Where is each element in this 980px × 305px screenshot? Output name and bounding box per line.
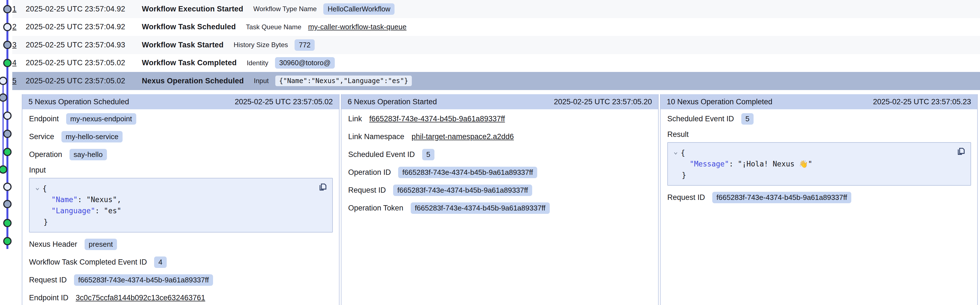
field-endpoint: Endpoint my-nexus-endpoint [29, 110, 333, 128]
field-operation-id: Operation ID f665283f-743e-4374-b45b-9a6… [348, 163, 652, 181]
panel-timestamp: 2025-02-25 UTC 23:57:05.23 [873, 98, 971, 106]
event-dot-green[interactable] [4, 148, 11, 156]
panel-nexus-operation-started: 6 Nexus Operation Started 2025-02-25 UTC… [341, 94, 659, 305]
event-detail-value: 30960@totoro@ [275, 57, 335, 69]
copy-button[interactable] [318, 182, 328, 192]
field-result-label: Result [667, 128, 971, 141]
panel-body: Link f665283f-743e-4374-b45b-9a61a89337f… [342, 109, 658, 217]
field-label: Workflow Task Completed Event ID [29, 258, 147, 267]
event-dot-green[interactable] [4, 237, 11, 245]
link-link[interactable]: f665283f-743e-4374-b45b-9a61a89337ff [369, 115, 505, 123]
copy-icon [956, 146, 966, 156]
event-row-4[interactable]: 4 2025-02-25 UTC 23:57:05.02 Workflow Ta… [12, 54, 980, 72]
event-id-link[interactable]: 4 [12, 58, 26, 67]
event-row-5-selected[interactable]: 5 2025-02-25 UTC 23:57:05.02 Nexus Opera… [12, 72, 980, 90]
event-row-1[interactable]: 1 2025-02-25 UTC 23:57:04.92 Workflow Ex… [12, 0, 980, 18]
panel-title: 5 Nexus Operation Scheduled [29, 98, 129, 106]
event-dot-green[interactable] [0, 166, 7, 173]
field-value-badge: say-hello [70, 149, 107, 160]
field-nexus-header: Nexus Header present [29, 235, 333, 253]
field-scheduled-event-id: Scheduled Event ID 5 [348, 145, 652, 163]
field-label: Operation [29, 150, 62, 159]
field-label: Endpoint [29, 115, 59, 123]
field-link: Link f665283f-743e-4374-b45b-9a61a89337f… [348, 110, 652, 128]
json-value: : "¡Hola! Nexus 👋" [729, 160, 813, 168]
event-detail-label: Identity [247, 59, 268, 67]
copy-icon [318, 182, 328, 191]
field-label: Request ID [348, 186, 386, 194]
event-dot-light[interactable] [0, 77, 7, 84]
field-value-badge: f665283f-743e-4374-b45b-9a61a89337ff [74, 274, 213, 286]
field-operation: Operation say-hello [29, 145, 333, 163]
event-dot-gray[interactable] [4, 201, 11, 208]
event-detail-value: 772 [294, 39, 315, 51]
field-scheduled-event-id: Scheduled Event ID 5 [667, 110, 971, 128]
event-timestamp: 2025-02-25 UTC 23:57:04.92 [26, 5, 142, 13]
event-dot-light[interactable] [4, 183, 11, 190]
field-request-id: Request ID f665283f-743e-4374-b45b-9a61a… [348, 181, 652, 199]
field-request-id: Request ID f665283f-743e-4374-b45b-9a61a… [29, 271, 333, 289]
event-timestamp: 2025-02-25 UTC 23:57:05.02 [26, 77, 142, 85]
event-id-link[interactable]: 2 [12, 22, 26, 31]
json-value: : "es" [95, 207, 121, 215]
json-line: "Language": "es" [35, 205, 327, 217]
event-dot-light[interactable] [4, 112, 11, 119]
event-id-link[interactable]: 3 [12, 41, 26, 49]
event-type: Workflow Task Scheduled [142, 22, 236, 31]
field-label: Scheduled Event ID [667, 115, 734, 123]
event-group-detail: 5 Nexus Operation Scheduled 2025-02-25 U… [22, 94, 978, 305]
json-line: "Message": "¡Hola! Nexus 👋" [673, 158, 965, 169]
event-type: Nexus Operation Scheduled [142, 77, 244, 85]
json-line: } [35, 217, 327, 228]
event-type: Workflow Task Started [142, 41, 224, 49]
panel-title: 6 Nexus Operation Started [348, 98, 437, 106]
field-label: Request ID [667, 193, 705, 202]
field-service: Service my-hello-service [29, 128, 333, 145]
event-dot-light[interactable] [4, 24, 11, 31]
field-value-badge: f665283f-743e-4374-b45b-9a61a89337ff [398, 167, 537, 178]
field-value-badge: 4 [154, 256, 166, 268]
event-detail-label: Task Queue Name [246, 23, 302, 31]
event-row-3[interactable]: 3 2025-02-25 UTC 23:57:04.93 Workflow Ta… [12, 36, 980, 54]
event-dot-green[interactable] [4, 59, 11, 66]
task-queue-link[interactable]: my-caller-workflow-task-queue [308, 22, 407, 31]
field-label: Link [348, 115, 362, 123]
field-value-badge: f665283f-743e-4374-b45b-9a61a89337ff [712, 192, 851, 203]
field-label: Operation ID [348, 168, 391, 177]
json-key: "Language" [51, 207, 95, 215]
collapse-chevron-icon[interactable] [673, 147, 681, 158]
result-json-viewer: { "Message": "¡Hola! Nexus 👋" } [667, 142, 971, 186]
field-value-badge: my-hello-service [61, 131, 123, 142]
field-link-namespace: Link Namespace phil-target-namespace2.a2… [348, 128, 652, 145]
panel-body: Scheduled Event ID 5 Result { "Message":… [660, 109, 977, 206]
field-label: Request ID [29, 276, 67, 284]
event-type: Workflow Execution Started [142, 5, 243, 13]
event-timestamp: 2025-02-25 UTC 23:57:04.93 [26, 41, 142, 49]
field-endpoint-id: Endpoint ID 3c0c75ccfa8144b092c13ce63246… [29, 289, 333, 305]
event-dot-gray[interactable] [4, 41, 11, 49]
event-timestamp: 2025-02-25 UTC 23:57:05.02 [26, 58, 142, 67]
field-label: Service [29, 133, 54, 141]
collapse-chevron-icon[interactable] [35, 183, 43, 194]
json-value: : "Nexus", [78, 196, 121, 204]
event-row-2[interactable]: 2 2025-02-25 UTC 23:57:04.92 Workflow Ta… [12, 18, 980, 36]
event-dot-gray[interactable] [0, 94, 7, 101]
event-dot-gray[interactable] [4, 130, 11, 137]
event-id-link[interactable]: 5 [12, 77, 26, 85]
event-dot-green[interactable] [4, 220, 11, 227]
json-line: { [673, 147, 965, 158]
link-namespace-link[interactable]: phil-target-namespace2.a2dd6 [412, 133, 514, 141]
event-dot-gray[interactable] [4, 6, 11, 13]
json-line: } [673, 169, 965, 181]
field-value-badge: f665283f-743e-4374-b45b-9a61a89337ff [393, 185, 532, 196]
input-json-viewer: { "Name": "Nexus", "Language": "es" } [29, 178, 333, 232]
event-timeline [0, 0, 13, 305]
endpoint-id-link[interactable]: 3c0c75ccfa8144b092c13ce632463761 [76, 294, 205, 302]
panel-header: 6 Nexus Operation Started 2025-02-25 UTC… [342, 94, 658, 109]
event-input-json: {"Name":"Nexus","Language":"es"} [275, 76, 412, 86]
panel-timestamp: 2025-02-25 UTC 23:57:05.02 [235, 98, 333, 106]
event-id-link[interactable]: 1 [12, 5, 26, 13]
event-detail-label: Workflow Type Name [253, 5, 317, 13]
panel-header: 5 Nexus Operation Scheduled 2025-02-25 U… [22, 94, 339, 109]
copy-button[interactable] [956, 146, 966, 156]
